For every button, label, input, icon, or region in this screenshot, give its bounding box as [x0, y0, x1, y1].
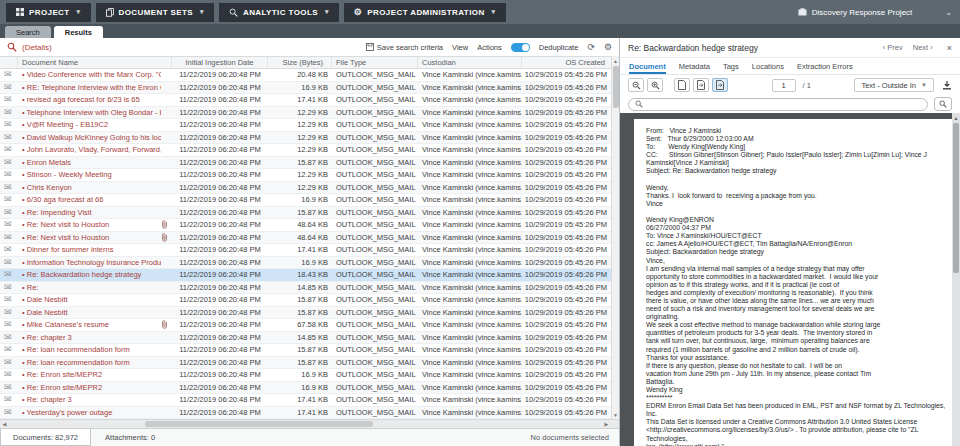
viewer-vertical-scrollbar[interactable]: ▲ — [952, 113, 960, 446]
search-icon[interactable] — [7, 42, 17, 52]
table-row[interactable]: ✉ Chris Kenyon 11/22/2019 06:20:48 PM 12… — [0, 182, 611, 195]
scroll-left-arrow-icon[interactable]: ◀ — [0, 421, 9, 427]
deduplicate-toggle[interactable] — [511, 43, 530, 52]
document-search-input[interactable] — [647, 100, 921, 109]
document-name-link[interactable]: Video Conference with the Marx Corp. "C.… — [22, 70, 161, 79]
details-link[interactable]: (Details) — [22, 43, 52, 52]
download-icon[interactable] — [942, 80, 952, 90]
table-row[interactable]: ✉ Re: Enron site/MEPR2 11/22/2019 06:20:… — [0, 382, 611, 395]
menu-document-sets[interactable]: DOCUMENT SETS ▾ — [96, 3, 214, 22]
scrollbar-thumb[interactable] — [145, 421, 373, 427]
tab-document[interactable]: Document — [629, 58, 666, 74]
documents-count[interactable]: Documents: 82,972 — [0, 429, 91, 446]
document-name-link[interactable]: 6/30 aga forecast at 66 — [22, 195, 161, 204]
view-native-button[interactable] — [674, 78, 690, 92]
document-name-link[interactable]: Telephone Interview with Oleg Bondar - E… — [22, 108, 161, 117]
document-name-link[interactable]: Enron Metals — [22, 158, 161, 167]
document-name-link[interactable]: Re: chapter 3 — [22, 395, 161, 404]
prev-document-button[interactable]: ‹ Prev — [883, 43, 903, 52]
column-size-bytes[interactable]: Size (Bytes) — [268, 57, 332, 68]
document-name-link[interactable]: Dinner for summer interns — [22, 245, 161, 254]
table-row[interactable]: ✉ Information Technology Insurance Produ… — [0, 257, 611, 270]
scrollbar-thumb[interactable] — [613, 66, 619, 108]
document-name-link[interactable]: RE: Telephone Interview with the Enron C… — [22, 83, 161, 92]
table-row[interactable]: ✉ Re: chapter 3 11/22/2019 06:20:48 PM 1… — [0, 332, 611, 345]
document-name-link[interactable]: David Walkup McKinney Going to his locat… — [22, 133, 161, 142]
tab-tags[interactable]: Tags — [723, 58, 739, 74]
table-row[interactable]: ✉ RE: Telephone Interview with the Enron… — [0, 82, 611, 95]
scroll-down-arrow-icon[interactable]: ▼ — [612, 410, 619, 419]
table-row[interactable]: ✉ Dale Nesbitt 11/22/2019 06:20:48 PM 15… — [0, 294, 611, 307]
table-row[interactable]: ✉ Yesterday's power outage 11/22/2019 06… — [0, 407, 611, 420]
scroll-up-arrow-icon[interactable]: ▲ — [612, 56, 619, 65]
document-name-link[interactable]: revised aga forecast for 6/23 is 65 — [22, 95, 161, 104]
table-row[interactable]: ✉ Stinson - Weekly Meeting 11/22/2019 06… — [0, 169, 611, 182]
column-document-name[interactable]: Document Name — [18, 57, 172, 68]
settings-gear-icon[interactable]: ⚙ — [604, 42, 612, 52]
document-name-link[interactable]: Stinson - Weekly Meeting — [22, 170, 161, 179]
tab-results[interactable]: Results — [54, 26, 103, 38]
table-vertical-scrollbar[interactable]: ▲ ▼ — [611, 56, 619, 419]
table-horizontal-scrollbar[interactable]: ◀ ▶ — [0, 419, 619, 428]
document-name-link[interactable]: Information Technology Insurance Product… — [22, 258, 161, 267]
document-name-link[interactable]: Re: Next visit to Houston — [22, 233, 161, 242]
close-icon[interactable]: × — [947, 43, 952, 53]
tab-search[interactable]: Search — [5, 26, 51, 38]
column-custodian[interactable]: Custodian — [418, 57, 522, 68]
tab-extraction-errors[interactable]: Extraction Errors — [797, 58, 853, 74]
scroll-up-arrow-icon[interactable]: ▲ — [952, 113, 960, 122]
table-row[interactable]: ✉ David Walkup McKinney Going to his loc… — [0, 132, 611, 145]
column-file-type[interactable]: File Type — [332, 57, 418, 68]
table-row[interactable]: ✉ Telephone Interview with Oleg Bondar -… — [0, 107, 611, 120]
project-selector[interactable]: Discovery Response Project ⌄ — [798, 8, 952, 17]
viewer-mode-select[interactable]: Text - Outside In ▼ — [854, 78, 934, 92]
document-name-link[interactable]: Re: loan recommendation form — [22, 358, 161, 367]
tab-locations[interactable]: Locations — [752, 58, 784, 74]
table-row[interactable]: ✉ revised aga forecast for 6/23 is 65 11… — [0, 94, 611, 107]
table-row[interactable]: ✉ Dale Nesbitt 11/22/2019 06:20:48 PM 15… — [0, 307, 611, 320]
page-number-input[interactable]: 1 — [772, 79, 796, 92]
table-row[interactable]: ✉ Enron Metals 11/22/2019 06:20:48 PM 15… — [0, 157, 611, 170]
menu-project[interactable]: PROJECT ▾ — [6, 3, 91, 22]
tab-metadata[interactable]: Metadata — [679, 58, 710, 74]
document-name-link[interactable]: Re: Enron site/MEPR2 — [22, 370, 161, 379]
document-name-link[interactable]: Re: — [22, 283, 161, 292]
table-row[interactable]: ✉ Re: Impending Visit 11/22/2019 06:20:4… — [0, 207, 611, 220]
document-name-link[interactable]: Re: Next visit to Houston — [22, 220, 161, 229]
document-name-link[interactable]: Chris Kenyon — [22, 183, 161, 192]
view-menu-button[interactable]: View — [452, 43, 468, 52]
table-row[interactable]: ✉ Re: 11/22/2019 06:20:48 PM 14.85 KB OU… — [0, 282, 611, 295]
view-text-button[interactable] — [693, 78, 709, 92]
next-document-button[interactable]: Next › — [913, 43, 933, 52]
document-name-link[interactable]: V@R Meeting - EB19C2 — [22, 120, 161, 129]
column-initial-ingestion-date[interactable]: Initial Ingestion Date — [172, 57, 268, 68]
column-os-created[interactable]: OS Created — [522, 57, 611, 68]
document-name-link[interactable]: Mike Catanese's resume — [22, 320, 161, 329]
table-row[interactable]: ✉ Re: loan recommendation form 11/22/201… — [0, 357, 611, 370]
refresh-icon[interactable]: ⟳ — [587, 42, 595, 52]
document-name-link[interactable]: Re: loan recommendation form — [22, 345, 161, 354]
attachments-count[interactable]: Attachments: 0 — [91, 433, 169, 442]
scrollbar-thumb[interactable] — [953, 123, 959, 273]
document-name-link[interactable]: Re: Backwardation hedge strategy — [22, 270, 161, 279]
table-row[interactable]: ✉ 6/30 aga forecast at 66 11/22/2019 06:… — [0, 194, 611, 207]
actions-menu-button[interactable]: Actions — [477, 43, 502, 52]
document-name-link[interactable]: John Lavorato, Vlady, Forward, Forward, … — [22, 145, 161, 154]
table-row[interactable]: ✉ Re: Backwardation hedge strategy 11/22… — [0, 269, 611, 282]
zoom-in-button[interactable] — [647, 78, 663, 92]
table-row[interactable]: ✉ Dinner for summer interns 11/22/2019 0… — [0, 244, 611, 257]
table-row[interactable]: ✉ Re: Enron site/MEPR2 11/22/2019 06:20:… — [0, 369, 611, 382]
table-row[interactable]: ✉ V@R Meeting - EB19C2 11/22/2019 06:20:… — [0, 119, 611, 132]
table-row[interactable]: ✉ Re: Next visit to Houston 11/22/2019 0… — [0, 232, 611, 245]
document-name-link[interactable]: Re: Impending Visit — [22, 208, 161, 217]
table-row[interactable]: ✉ John Lavorato, Vlady, Forward, Forward… — [0, 144, 611, 157]
zoom-out-button[interactable] — [628, 78, 644, 92]
scroll-right-arrow-icon[interactable]: ▶ — [602, 421, 611, 427]
view-converted-button[interactable] — [712, 78, 728, 92]
document-name-link[interactable]: Re: Enron site/MEPR2 — [22, 383, 161, 392]
table-row[interactable]: ✉ Re: chapter 3 11/22/2019 06:20:48 PM 1… — [0, 394, 611, 407]
document-search-button[interactable] — [934, 97, 952, 111]
table-row[interactable]: ✉ Re: loan recommendation form 11/22/201… — [0, 344, 611, 357]
save-search-criteria-button[interactable]: Save search criteria — [366, 43, 443, 52]
document-name-link[interactable]: Re: chapter 3 — [22, 333, 161, 342]
